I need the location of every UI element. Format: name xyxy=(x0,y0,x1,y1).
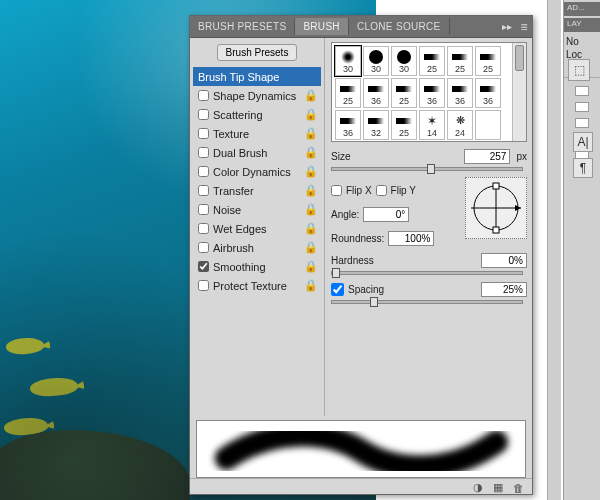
brush-thumb[interactable]: 25 xyxy=(391,110,417,140)
image-content xyxy=(29,375,79,400)
option-smoothing[interactable]: Smoothing 🔒 xyxy=(193,257,321,276)
panel-tabbar: BRUSH PRESETS BRUSH CLONE SOURCE ▸▸ ≡ xyxy=(190,16,532,38)
option-checkbox[interactable] xyxy=(198,166,209,177)
brush-thumb[interactable]: 32 xyxy=(363,110,389,140)
option-label: Texture xyxy=(213,128,301,140)
option-checkbox[interactable] xyxy=(198,147,209,158)
blend-mode-dropdown[interactable]: No xyxy=(566,36,598,47)
brush-thumb[interactable]: 36 xyxy=(475,78,501,108)
option-checkbox[interactable] xyxy=(198,242,209,253)
brush-thumb[interactable]: 30 xyxy=(363,46,389,76)
svg-rect-4 xyxy=(493,227,499,233)
brush-thumb[interactable]: 25 xyxy=(475,46,501,76)
option-checkbox[interactable] xyxy=(198,223,209,234)
option-checkbox[interactable] xyxy=(198,109,209,120)
option-checkbox[interactable] xyxy=(198,90,209,101)
dock-tab-adjustments[interactable]: AD... xyxy=(564,2,600,16)
layer-visibility-icon[interactable] xyxy=(575,86,589,96)
size-input[interactable] xyxy=(464,149,510,164)
spacing-checkbox[interactable] xyxy=(331,283,344,296)
spacing-input[interactable] xyxy=(481,282,527,297)
lock-icon[interactable]: 🔒 xyxy=(305,128,317,140)
collapsed-tool-column: A| ¶ xyxy=(573,132,595,178)
brush-thumb[interactable]: 36 xyxy=(419,78,445,108)
brush-tip-grid[interactable]: 30 30 30 25 25 25 25 36 25 36 36 36 36 3… xyxy=(331,42,527,142)
option-airbrush[interactable]: Airbrush 🔒 xyxy=(193,238,321,257)
flip-y-checkbox[interactable] xyxy=(376,185,387,196)
option-label: Dual Brush xyxy=(213,147,301,159)
option-transfer[interactable]: Transfer 🔒 xyxy=(193,181,321,200)
option-checkbox[interactable] xyxy=(198,261,209,272)
lock-icon[interactable]: 🔒 xyxy=(305,185,317,197)
brush-options-sidebar: Brush Presets Brush Tip Shape Shape Dyna… xyxy=(190,38,325,416)
brush-thumb[interactable]: 25 xyxy=(391,78,417,108)
brush-thumb[interactable]: 36 xyxy=(335,110,361,140)
lock-icon[interactable]: 🔒 xyxy=(305,204,317,216)
tab-clone-source[interactable]: CLONE SOURCE xyxy=(349,18,450,35)
option-shape-dynamics[interactable]: Shape Dynamics 🔒 xyxy=(193,86,321,105)
brush-thumb[interactable]: 36 xyxy=(447,78,473,108)
hardness-slider[interactable] xyxy=(331,271,523,275)
option-wet-edges[interactable]: Wet Edges 🔒 xyxy=(193,219,321,238)
lock-icon[interactable]: 🔒 xyxy=(305,280,317,292)
layer-visibility-icon[interactable] xyxy=(575,118,589,128)
toggle-preview-icon[interactable]: ◑ xyxy=(473,481,483,494)
option-noise[interactable]: Noise 🔒 xyxy=(193,200,321,219)
hardness-input[interactable] xyxy=(481,253,527,268)
roundness-input[interactable] xyxy=(388,231,434,246)
option-checkbox[interactable] xyxy=(198,204,209,215)
lock-icon[interactable]: 🔒 xyxy=(305,90,317,102)
brush-presets-button[interactable]: Brush Presets xyxy=(217,44,298,61)
brush-thumb[interactable]: 36 xyxy=(363,78,389,108)
panel-gutter xyxy=(547,0,561,500)
lock-icon[interactable]: 🔒 xyxy=(305,261,317,273)
option-label: Transfer xyxy=(213,185,301,197)
dock-tab-layers[interactable]: LAY xyxy=(564,18,600,32)
brush-thumb[interactable]: 30 xyxy=(335,46,361,76)
brush-thumb[interactable]: 25 xyxy=(447,46,473,76)
brush-thumb[interactable] xyxy=(475,110,501,140)
size-label: Size xyxy=(331,151,350,162)
option-checkbox[interactable] xyxy=(198,280,209,291)
brush-thumb[interactable]: 30 xyxy=(391,46,417,76)
option-texture[interactable]: Texture 🔒 xyxy=(193,124,321,143)
spacing-slider[interactable] xyxy=(331,300,523,304)
brush-thumb[interactable]: 25 xyxy=(419,46,445,76)
size-slider[interactable] xyxy=(331,167,523,171)
lock-icon[interactable]: 🔒 xyxy=(305,109,317,121)
panel-collapse-icon[interactable]: ▸▸ xyxy=(498,21,516,32)
brush-thumb[interactable]: ✶14 xyxy=(419,110,445,140)
paragraph-panel-icon[interactable]: ¶ xyxy=(573,158,593,178)
angle-roundness-widget[interactable] xyxy=(465,177,527,239)
lock-icon[interactable]: 🔒 xyxy=(305,242,317,254)
character-panel-icon[interactable]: A| xyxy=(573,132,593,152)
brush-thumb[interactable]: ❋24 xyxy=(447,110,473,140)
option-protect-texture[interactable]: Protect Texture 🔒 xyxy=(193,276,321,295)
trash-icon[interactable]: 🗑 xyxy=(513,482,524,494)
lock-icon[interactable]: 🔒 xyxy=(305,223,317,235)
dock-icon[interactable]: ⬚ xyxy=(568,59,590,81)
brush-thumb[interactable]: 25 xyxy=(335,78,361,108)
option-checkbox[interactable] xyxy=(198,185,209,196)
option-dual-brush[interactable]: Dual Brush 🔒 xyxy=(193,143,321,162)
layer-visibility-icon[interactable] xyxy=(575,102,589,112)
tab-brush[interactable]: BRUSH xyxy=(295,18,349,35)
option-label: Smoothing xyxy=(213,261,301,273)
option-brush-tip-shape[interactable]: Brush Tip Shape xyxy=(193,67,321,86)
svg-rect-3 xyxy=(493,183,499,189)
spacing-label: Spacing xyxy=(348,284,384,295)
new-brush-icon[interactable]: ▦ xyxy=(493,481,503,494)
option-scattering[interactable]: Scattering 🔒 xyxy=(193,105,321,124)
lock-icon[interactable]: 🔒 xyxy=(305,147,317,159)
option-label: Noise xyxy=(213,204,301,216)
panel-menu-icon[interactable]: ≡ xyxy=(516,20,532,34)
flip-x-checkbox[interactable] xyxy=(331,185,342,196)
lock-icon[interactable]: 🔒 xyxy=(305,166,317,178)
brush-stroke-preview xyxy=(196,420,526,478)
option-color-dynamics[interactable]: Color Dynamics 🔒 xyxy=(193,162,321,181)
brush-thumb-scrollbar[interactable] xyxy=(512,43,526,141)
angle-input[interactable] xyxy=(363,207,409,222)
tab-brush-presets[interactable]: BRUSH PRESETS xyxy=(190,18,295,35)
hardness-label: Hardness xyxy=(331,255,374,266)
option-checkbox[interactable] xyxy=(198,128,209,139)
